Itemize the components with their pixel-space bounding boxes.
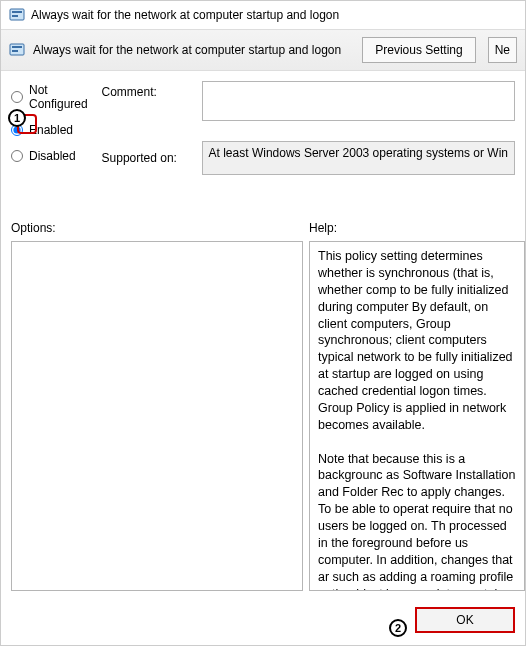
help-box[interactable]: This policy setting determines whether i… — [309, 241, 525, 591]
annotation-1: 1 — [8, 109, 26, 127]
help-label: Help: — [309, 221, 525, 235]
radio-disabled[interactable]: Disabled — [11, 149, 92, 163]
content-area: Not Configured Enabled Disabled Comment: — [1, 71, 525, 175]
supported-on-field: Supported on: At least Windows Server 20… — [102, 141, 515, 175]
options-label: Options: — [11, 221, 303, 235]
radio-label: Enabled — [29, 123, 73, 137]
svg-rect-2 — [12, 15, 18, 17]
fields-column: Comment: Supported on: At least Windows … — [102, 81, 515, 175]
radio-label: Not Configured — [29, 83, 92, 111]
titlebar: Always wait for the network at computer … — [1, 1, 525, 29]
policy-editor-window: Always wait for the network at computer … — [0, 0, 526, 646]
window-title: Always wait for the network at computer … — [31, 8, 339, 22]
supported-on-value: At least Windows Server 2003 operating s… — [202, 141, 515, 175]
state-radio-group: Not Configured Enabled Disabled — [11, 81, 92, 175]
panes: Options: Help: This policy setting deter… — [11, 221, 525, 591]
next-setting-button[interactable]: Ne — [488, 37, 517, 63]
previous-setting-button[interactable]: Previous Setting — [362, 37, 475, 63]
svg-rect-3 — [10, 44, 24, 55]
svg-rect-0 — [10, 9, 24, 20]
ok-button[interactable]: OK — [415, 607, 515, 633]
options-box[interactable] — [11, 241, 303, 591]
svg-rect-1 — [12, 11, 22, 13]
radio-enabled[interactable]: Enabled — [11, 123, 92, 137]
radio-not-configured-input[interactable] — [11, 91, 23, 103]
policy-header: Always wait for the network at computer … — [1, 29, 525, 71]
annotation-2: 2 — [389, 619, 407, 637]
comment-field: Comment: — [102, 81, 515, 121]
comment-input[interactable] — [202, 81, 515, 121]
svg-rect-4 — [12, 46, 22, 48]
policy-title: Always wait for the network at computer … — [33, 43, 341, 57]
radio-disabled-input[interactable] — [11, 150, 23, 162]
radio-not-configured[interactable]: Not Configured — [11, 83, 92, 111]
supported-on-label: Supported on: — [102, 151, 194, 165]
policy-icon — [9, 42, 25, 58]
svg-rect-5 — [12, 50, 18, 52]
dialog-footer: OK — [1, 595, 525, 645]
comment-label: Comment: — [102, 81, 194, 99]
options-pane: Options: — [11, 221, 303, 591]
help-pane: Help: This policy setting determines whe… — [309, 221, 525, 591]
radio-label: Disabled — [29, 149, 76, 163]
policy-icon — [9, 7, 25, 23]
